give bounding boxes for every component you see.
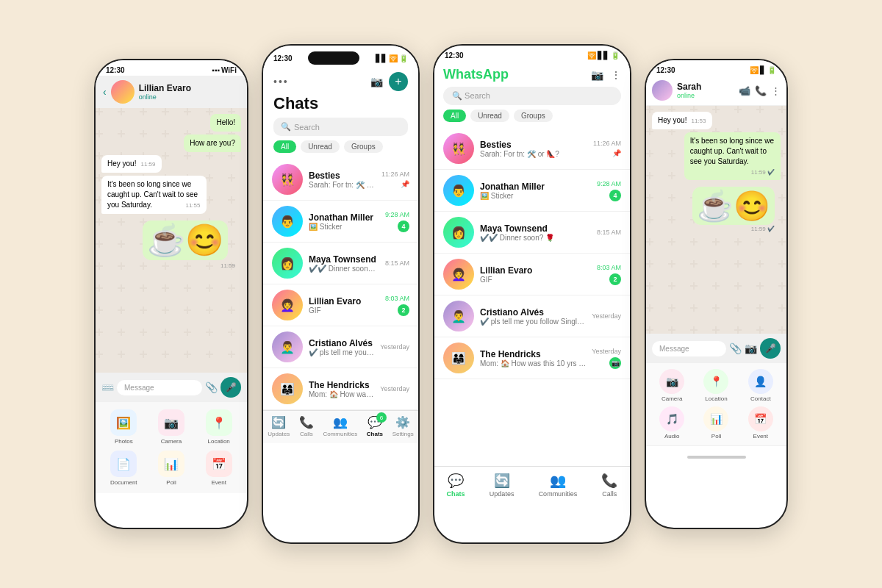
chat-messages-1: Hello! How are you? Hey you! 11:59 It's … [96,108,247,373]
attach-location-4[interactable]: 📍 Location [696,369,736,402]
message-input-1[interactable]: Message [117,380,202,395]
android-nav-communities[interactable]: 👥 Communities [539,473,578,498]
chat-info: Maya Townsend ✔️✔️ Dinner soon? 🌹 [480,223,591,242]
phone-icon-4[interactable]: 📞 [755,85,767,96]
add-chat-button[interactable]: + [389,72,408,91]
nav-communities[interactable]: 👥 Communities [323,415,357,437]
list-item[interactable]: 👨‍🦱 Cristiano Alvés ✔️ pls tell me you f… [434,295,630,337]
communities-icon: 👥 [333,415,348,429]
attach-camera[interactable]: 📷 Camera [151,409,193,445]
updates-label: Updates [268,431,290,437]
nav-calls[interactable]: 📞 Calls [299,415,314,437]
message-input-4[interactable]: Message [652,341,726,356]
calls-label: Calls [300,431,313,437]
more-button-2[interactable]: ••• [273,76,289,87]
battery-3: 🔋 [611,51,620,60]
attach-location[interactable]: 📍 Location [198,409,240,445]
msg-bubble: Hey you! 11:53 [652,112,712,129]
list-item[interactable]: 👯 Besties Sarah: For tn: 🛠️ or 👠? 11:26 … [434,128,630,170]
chat-meta: Yesterday 📷 [592,348,621,369]
video-icon-4[interactable]: 📹 [739,85,750,96]
chat-name: Cristiano Alvés [480,307,586,318]
list-item[interactable]: 👨‍🦱 Cristiano Alvés ✔️ pls tell me you f… [263,326,418,368]
attach-event-4[interactable]: 📅 Event [741,406,781,440]
android-nav-chats[interactable]: 💬 Chats [447,473,465,498]
more-icon-4[interactable]: ⋮ [771,85,781,96]
chat-messages-4: Hey you! 11:53 It's been so long since w… [646,106,786,334]
contact-status-1: online [139,93,240,101]
search-bar-2[interactable]: 🔍 Search [273,118,408,136]
attach-audio-4[interactable]: 🎵 Audio [652,406,692,440]
chat-list-3: 👯 Besties Sarah: For tn: 🛠️ or 👠? 11:26 … [434,128,630,466]
android-nav-updates[interactable]: 🔄 Updates [490,473,514,498]
chat-meta: 8:15 AM [385,259,409,267]
poll-label: Poll [166,479,176,486]
chat-name: Jonathan Miller [480,182,591,192]
avatar-besties: 👯 [272,164,303,195]
attach-contact-4[interactable]: 👤 Contact [741,369,781,402]
chat-header-4: Sarah online 📹 📞 ⋮ [646,76,786,106]
chat-info: The Hendricks Mom: 🏠 How was this 10 yrs… [309,380,374,398]
mic-button-4[interactable]: 🎤 [760,338,781,359]
list-item[interactable]: 👨 Jonathan Miller 🖼️ Sticker 9:28 AM 4 [434,170,630,212]
status-bar-3: 12:30 🛜 ▋▋ 🔋 [434,46,630,61]
chat-preview: Mom: 🏠 How was this 10 yrs ago?? [309,390,374,398]
filter-all[interactable]: All [273,140,296,153]
nav-chats[interactable]: 💬 6 Chats [367,415,383,437]
attach-icon-4[interactable]: 📎 [729,343,742,354]
back-button-1[interactable]: ‹ [103,86,107,98]
chat-meta: 11:26 AM 📌 [593,140,621,157]
avatar-lillian-3: 👩‍🦱 [443,259,474,290]
nav-settings[interactable]: ⚙️ Settings [392,415,414,437]
list-item[interactable]: 👯 Besties Sarah: For tn: 🛠️ or 👠? 11:26 … [263,159,418,201]
filter-groups-3[interactable]: Groups [514,110,553,122]
android-nav-calls[interactable]: 📞 Calls [601,473,617,498]
attach-camera-4[interactable]: 📷 Camera [652,369,692,402]
chat-info: Lillian Evaro GIF [309,296,379,315]
filter-unread[interactable]: Unread [301,140,340,153]
signal-2: ▋▋ [376,54,387,62]
chat-name: The Hendricks [309,380,374,390]
search-icon-2: 🔍 [281,122,291,132]
msg-text: How are you? [190,139,235,147]
attach-event[interactable]: 📅 Event [198,451,240,486]
search-placeholder-2: Search [294,123,320,132]
status-bar-1: 12:30 ▪▪▪ WiFi [96,60,247,76]
list-item[interactable]: 👨 Jonathan Miller 🖼️ Sticker 9:28 AM 4 [263,201,418,243]
list-item[interactable]: 👨‍👩‍👧 The Hendricks Mom: 🏠 How was this … [263,368,418,410]
filter-unread-3[interactable]: Unread [470,110,509,122]
list-item[interactable]: 👩‍🦱 Lillian Evaro GIF 8:03 AM 2 [263,284,418,326]
attach-poll[interactable]: 📊 Poll [151,451,193,486]
chat-meta: 11:26 AM 📌 [381,171,409,188]
list-item[interactable]: 👨‍👩‍👧 The Hendricks Mom: 🏠 How was this … [434,337,630,379]
attach-poll-4[interactable]: 📊 Poll [696,406,736,440]
wa-camera-icon[interactable]: 📷 [591,69,603,81]
chat-meta: 8:03 AM 2 [597,264,621,285]
filter-all-3[interactable]: All [443,110,466,122]
camera-label-4: Camera [662,395,682,402]
android-communities-label: Communities [539,490,578,498]
msg-bubble: How are you? [184,135,241,152]
location-icon: 📍 [206,409,232,436]
nav-updates[interactable]: 🔄 Updates [268,415,290,437]
phone-3-android: 12:30 🛜 ▋▋ 🔋 WhatsApp 📷 ⋮ 🔍 Search All U… [433,44,631,544]
keyboard-icon[interactable]: ⌨️ [101,381,114,393]
wa-search[interactable]: 🔍 Search [443,87,621,105]
camera-icon-4[interactable]: 📷 [745,343,757,354]
contact-info-1: Lillian Evaro online [139,83,240,101]
wa-more-icon[interactable]: ⋮ [611,69,621,81]
wa-header-icons: 📷 ⋮ [591,69,621,81]
chat-info: Jonathan Miller 🖼️ Sticker [309,212,379,231]
list-item[interactable]: 👩 Maya Townsend ✔️✔️ Dinner soon? 🌹 8:15… [434,212,630,254]
chat-info: Jonathan Miller 🖼️ Sticker [480,182,591,200]
mic-button-1[interactable]: 🎤 [220,377,241,398]
list-item[interactable]: 👩‍🦱 Lillian Evaro GIF 8:03 AM 2 [434,254,630,295]
attach-icon[interactable]: 📎 [205,381,218,393]
list-item[interactable]: 👩 Maya Townsend ✔️✔️ Dinner soon? 🌹 8:15… [263,243,418,284]
attach-document[interactable]: 📄 Document [103,451,145,486]
filter-groups[interactable]: Groups [344,140,383,153]
attach-photos[interactable]: 🖼️ Photos [103,409,145,445]
camera-button-2[interactable]: 📷 [370,76,383,87]
chat-name: Cristiano Alvés [309,338,374,348]
chat-info: Cristiano Alvés ✔️ pls tell me you follo… [309,338,374,356]
